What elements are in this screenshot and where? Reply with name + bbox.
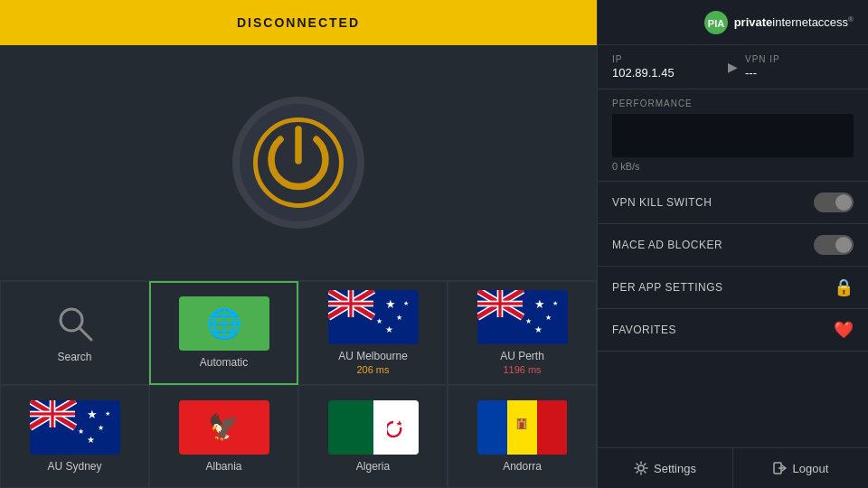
svg-text:★: ★ [396, 314, 402, 323]
ip-label: IP [612, 54, 721, 64]
svg-text:★: ★ [385, 324, 393, 334]
favorites-label: FAVORITES [612, 324, 676, 336]
automatic-label: Automatic [200, 356, 248, 369]
au-sydney-flag: ★ ★ ★ ★ ★ [30, 400, 120, 455]
svg-text:★: ★ [525, 316, 532, 325]
svg-text:★: ★ [403, 300, 409, 306]
algeria-label: Algeria [356, 460, 390, 473]
svg-text:★: ★ [105, 409, 110, 416]
grid-cell-au-melbourne[interactable]: ★ ★ ★ ★ ★ AU Melbourne 206 ms [298, 281, 448, 385]
au-melbourne-flag: ★ ★ ★ ★ ★ [328, 290, 419, 344]
globe-icon: 🌐 [206, 306, 242, 341]
power-button-inner[interactable] [253, 117, 344, 208]
svg-line-1 [80, 328, 91, 340]
search-icon [53, 302, 97, 345]
logout-icon [773, 461, 788, 475]
settings-button[interactable]: Settings [598, 448, 733, 488]
heart-icon: ❤️ [834, 320, 854, 340]
svg-text:PIA: PIA [707, 18, 723, 29]
power-area [0, 45, 597, 280]
power-icon [258, 120, 339, 202]
vpn-kill-switch-row[interactable]: VPN KILL SWITCH [598, 182, 868, 224]
performance-section: PERFORMANCE 0 kB/s [598, 89, 868, 182]
svg-text:★: ★ [98, 423, 104, 432]
power-button-outer[interactable] [240, 104, 357, 221]
grid-cell-au-sydney[interactable]: ★ ★ ★ ★ ★ AU Sydney [0, 385, 149, 489]
mace-ad-blocker-toggle[interactable] [814, 235, 854, 255]
svg-marker-44 [396, 420, 402, 426]
albania-eagle: 🦅 [208, 412, 240, 442]
svg-text:★: ★ [78, 426, 84, 435]
performance-chart [612, 114, 854, 157]
albania-flag: 🦅 [179, 400, 269, 455]
pia-logo-icon: PIA [703, 10, 729, 35]
andorra-label: Andorra [503, 460, 542, 473]
svg-rect-46 [520, 422, 524, 428]
brand-logo: PIA privateinternetaccess® [703, 10, 854, 35]
svg-rect-10 [349, 290, 352, 317]
logout-button[interactable]: Logout [733, 448, 868, 488]
lock-icon: 🔒 [834, 277, 854, 297]
search-label: Search [57, 351, 91, 363]
grid-cell-automatic[interactable]: 🌐 Automatic [149, 281, 298, 385]
right-panel: PIA privateinternetaccess® IP 102.89.1.4… [597, 0, 868, 488]
status-bar: DISCONNECTED [0, 0, 597, 45]
mace-ad-blocker-row[interactable]: MACE AD BLOCKER [598, 224, 868, 267]
grid-cell-search[interactable]: Search [0, 281, 149, 385]
andorra-flag [477, 400, 568, 455]
svg-point-51 [638, 465, 644, 471]
brand-name: privateinternetaccess® [734, 15, 854, 29]
grid-cell-au-perth[interactable]: ★ ★ ★ ★ ★ AU Perth 1196 ms [448, 281, 597, 385]
right-header: PIA privateinternetaccess® [598, 0, 868, 45]
svg-text:★: ★ [376, 316, 382, 325]
automatic-flag-bg: 🌐 [179, 296, 269, 351]
grid-cell-albania[interactable]: 🦅 Albania [149, 385, 298, 489]
vpn-kill-switch-toggle[interactable] [814, 192, 854, 212]
server-grid: Search 🌐 Automatic [0, 280, 597, 488]
per-app-settings-label: PER APP SETTINGS [612, 281, 722, 294]
logout-label: Logout [793, 462, 829, 475]
status-label: DISCONNECTED [237, 15, 360, 30]
settings-gear-icon [634, 461, 648, 475]
svg-text:★: ★ [534, 297, 545, 311]
au-perth-label: AU Perth [500, 350, 544, 362]
ip-col-vpn: VPN IP --- [745, 54, 854, 80]
svg-text:★: ★ [385, 297, 396, 311]
albania-label: Albania [205, 460, 241, 473]
grid-cell-andorra[interactable]: Andorra [448, 385, 597, 489]
favorites-row[interactable]: FAVORITES ❤️ [598, 309, 868, 352]
au-melbourne-label: AU Melbourne [338, 350, 408, 362]
right-footer: Settings Logout [598, 447, 868, 488]
vpn-kill-switch-label: VPN KILL SWITCH [612, 196, 712, 209]
au-sydney-label: AU Sydney [47, 460, 101, 473]
svg-text:★: ★ [545, 314, 552, 323]
svg-text:★: ★ [87, 408, 98, 421]
svg-text:★: ★ [534, 324, 542, 334]
settings-label: Settings [654, 462, 696, 475]
au-perth-flag: ★ ★ ★ ★ ★ [477, 290, 568, 344]
au-perth-ms: 1196 ms [503, 364, 541, 375]
performance-label: PERFORMANCE [612, 99, 854, 108]
ip-section: IP 102.89.1.45 ▶ VPN IP --- [598, 45, 868, 89]
svg-text:★: ★ [552, 300, 558, 306]
vpn-ip-label: VPN IP [745, 54, 854, 64]
ip-col-local: IP 102.89.1.45 [612, 54, 721, 80]
svg-text:★: ★ [87, 434, 95, 444]
performance-value: 0 kB/s [612, 161, 854, 172]
au-melbourne-ms: 206 ms [356, 364, 389, 375]
grid-cell-algeria[interactable]: Algeria [298, 385, 448, 489]
mace-ad-blocker-label: MACE AD BLOCKER [612, 239, 722, 251]
left-panel: DISCONNECTED Search 🌐 [0, 0, 597, 488]
svg-rect-24 [498, 290, 501, 317]
vpn-ip-value: --- [745, 66, 854, 80]
ip-value: 102.89.1.45 [612, 66, 721, 80]
ip-arrow-icon: ▶ [728, 60, 738, 74]
svg-point-48 [524, 419, 525, 421]
svg-point-47 [519, 419, 521, 421]
algeria-flag [328, 400, 419, 455]
per-app-settings-row[interactable]: PER APP SETTINGS 🔒 [598, 267, 868, 309]
svg-rect-38 [51, 400, 53, 427]
